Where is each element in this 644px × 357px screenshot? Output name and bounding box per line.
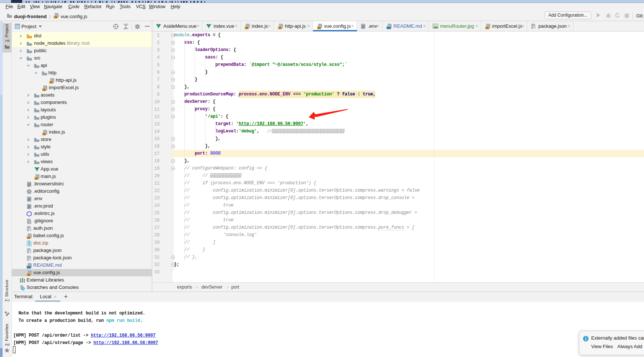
svg-text:JS: JS [42, 88, 46, 91]
svg-text:JS: JS [54, 16, 57, 18]
svg-text:MD: MD [387, 27, 391, 29]
svg-text:JS: JS [278, 27, 282, 29]
svg-text:JS: JS [42, 133, 46, 135]
svg-text:JS: JS [27, 273, 30, 276]
svg-text:JS: JS [245, 27, 248, 29]
svg-text:JS: JS [27, 236, 30, 239]
svg-text:JS: JS [50, 81, 53, 84]
svg-text:JS: JS [485, 27, 489, 29]
svg-text:JS: JS [317, 27, 321, 29]
svg-text:MD: MD [27, 266, 31, 269]
svg-text:JS: JS [35, 177, 38, 180]
